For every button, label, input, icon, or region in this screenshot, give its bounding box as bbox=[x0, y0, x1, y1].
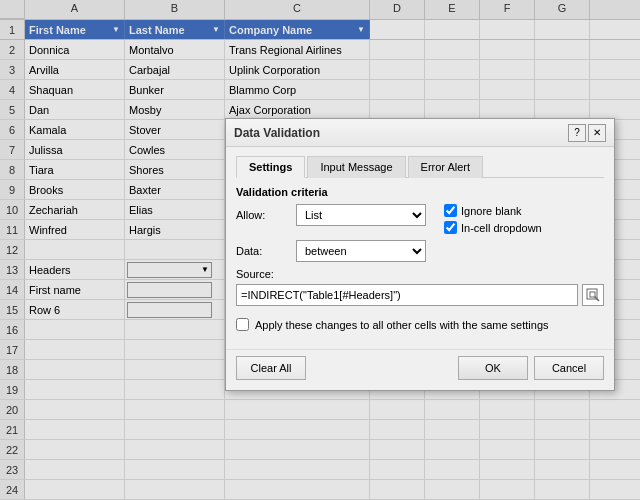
dialog-content-area: Settings Input Message Error Alert Valid… bbox=[226, 147, 614, 349]
dialog-overlay: Data Validation ? ✕ Settings Input Messa… bbox=[0, 0, 640, 500]
source-ref-icon bbox=[586, 288, 600, 302]
dialog-footer: Clear All OK Cancel bbox=[226, 349, 614, 390]
cancel-button[interactable]: Cancel bbox=[534, 356, 604, 380]
tab-error-alert[interactable]: Error Alert bbox=[408, 156, 484, 178]
allow-select[interactable]: List bbox=[296, 204, 426, 226]
ignore-blank-label: Ignore blank bbox=[461, 205, 522, 217]
data-label: Data: bbox=[236, 245, 296, 257]
ignore-blank-checkbox[interactable] bbox=[444, 204, 457, 217]
validation-criteria-label: Validation criteria bbox=[236, 186, 604, 198]
dialog-close-button[interactable]: ✕ bbox=[588, 124, 606, 142]
ok-cancel-group: OK Cancel bbox=[458, 356, 604, 380]
tab-input-message[interactable]: Input Message bbox=[307, 156, 405, 178]
dialog-tabs: Settings Input Message Error Alert bbox=[236, 155, 604, 178]
data-select[interactable]: between bbox=[296, 240, 426, 262]
data-validation-dialog: Data Validation ? ✕ Settings Input Messa… bbox=[225, 118, 615, 391]
dialog-titlebar: Data Validation ? ✕ bbox=[226, 119, 614, 147]
source-input[interactable] bbox=[236, 284, 578, 306]
svg-rect-2 bbox=[590, 292, 595, 297]
clear-all-button[interactable]: Clear All bbox=[236, 356, 306, 380]
dialog-help-button[interactable]: ? bbox=[568, 124, 586, 142]
ignore-blank-item: Ignore blank bbox=[444, 204, 542, 217]
dialog-title: Data Validation bbox=[234, 126, 320, 140]
apply-label: Apply these changes to all other cells w… bbox=[255, 319, 549, 331]
checkbox-group: Ignore blank In-cell dropdown bbox=[444, 204, 542, 234]
in-cell-dropdown-label: In-cell dropdown bbox=[461, 222, 542, 234]
dialog-controls: ? ✕ bbox=[568, 124, 606, 142]
source-label: Source: bbox=[236, 268, 296, 280]
tab-settings[interactable]: Settings bbox=[236, 156, 305, 178]
in-cell-dropdown-item: In-cell dropdown bbox=[444, 221, 542, 234]
source-ref-button[interactable] bbox=[582, 284, 604, 306]
apply-row: Apply these changes to all other cells w… bbox=[236, 318, 604, 331]
ok-button[interactable]: OK bbox=[458, 356, 528, 380]
allow-row: Allow: List bbox=[236, 204, 426, 226]
apply-checkbox[interactable] bbox=[236, 318, 249, 331]
source-section: Source: bbox=[236, 268, 604, 306]
source-input-row bbox=[236, 284, 604, 306]
allow-label: Allow: bbox=[236, 209, 296, 221]
in-cell-dropdown-checkbox[interactable] bbox=[444, 221, 457, 234]
data-row: Data: between bbox=[236, 240, 604, 262]
